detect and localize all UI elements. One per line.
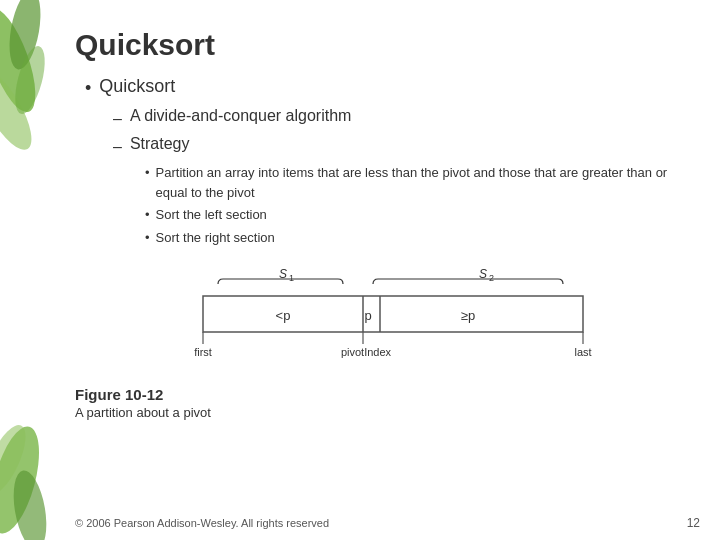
bullet-l3-text-3: Sort the right section	[156, 228, 275, 248]
bullet-l2-strategy: – Strategy	[113, 135, 680, 159]
bullet-l2-marker-2: –	[113, 135, 122, 159]
bullet-l3-sort-right: • Sort the right section	[145, 228, 680, 248]
bullet-l3-text-1: Partition an array into items that are l…	[156, 163, 680, 202]
partition-diagram: S 1 S 2 <p p ≥p first	[138, 264, 618, 374]
bullet-l1-marker: •	[85, 76, 91, 101]
figure-label: Figure 10-12	[75, 386, 680, 403]
bullet-l3-text-2: Sort the left section	[156, 205, 267, 225]
svg-text:pivotIndex: pivotIndex	[340, 346, 391, 358]
svg-text:≥p: ≥p	[460, 308, 474, 323]
bullet-l3-marker-3: •	[145, 228, 150, 248]
svg-rect-11	[203, 296, 583, 332]
bullet-l1-quicksort: • Quicksort	[85, 76, 680, 101]
bullet-l3-marker-2: •	[145, 205, 150, 225]
bullet-l2-text-2: Strategy	[130, 135, 190, 153]
diagram-area: S 1 S 2 <p p ≥p first	[138, 264, 618, 374]
bullet-l1-text: Quicksort	[99, 76, 175, 97]
bullet-l3-sort-left: • Sort the left section	[145, 205, 680, 225]
svg-text:1: 1	[289, 273, 294, 283]
svg-text:2: 2	[489, 273, 494, 283]
slide-title: Quicksort	[75, 28, 680, 62]
slide-content: Quicksort • Quicksort – A divide-and-con…	[0, 0, 720, 540]
bullet-l3-partition: • Partition an array into items that are…	[145, 163, 680, 202]
svg-text:first: first	[194, 346, 212, 358]
figure-caption: A partition about a pivot	[75, 405, 680, 420]
slide-footer: © 2006 Pearson Addison-Wesley. All right…	[75, 516, 700, 530]
bullet-l2-text-1: A divide-and-conquer algorithm	[130, 107, 351, 125]
svg-text:p: p	[364, 308, 371, 323]
bullet-l2-marker-1: –	[113, 107, 122, 131]
footer-page-number: 12	[687, 516, 700, 530]
svg-text:last: last	[574, 346, 591, 358]
svg-text:<p: <p	[275, 308, 290, 323]
bullet-l2-divide: – A divide-and-conquer algorithm	[113, 107, 680, 131]
bullet-l3-marker-1: •	[145, 163, 150, 183]
footer-copyright: © 2006 Pearson Addison-Wesley. All right…	[75, 517, 329, 529]
